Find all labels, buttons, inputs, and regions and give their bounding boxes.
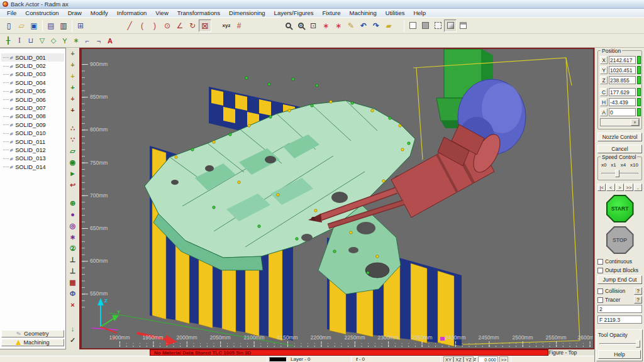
raise-z-tool-button[interactable]: ⊥: [67, 265, 79, 277]
diamond-button[interactable]: ◇: [48, 35, 59, 47]
line-tool-button[interactable]: ╱: [123, 19, 136, 32]
flat-view-tool-button[interactable]: ►: [67, 168, 79, 179]
menu-utilities[interactable]: Utilities: [381, 9, 409, 16]
y-position-field[interactable]: 1020.451: [609, 66, 636, 74]
page-setup-button[interactable]: ▤: [45, 19, 57, 32]
menu-file[interactable]: File: [3, 9, 21, 16]
sphere-lock-tool-button[interactable]: ●: [67, 209, 79, 220]
delete-marks-tool-button[interactable]: ×: [67, 299, 79, 310]
c-position-field[interactable]: 177.629: [609, 88, 636, 96]
collision-checkbox[interactable]: [597, 288, 603, 294]
menu-modify[interactable]: Modify: [86, 9, 113, 16]
tree-item-solid-010[interactable]: ▰SOLID_010: [1, 129, 64, 138]
rotate-tool-button[interactable]: ↻: [186, 19, 199, 32]
tree-item-solid-004[interactable]: ▰SOLID_004: [1, 79, 64, 87]
tracer-checkbox[interactable]: [597, 297, 603, 303]
plane-xz-button[interactable]: XZ: [453, 356, 464, 362]
z-step-field[interactable]: 0.000: [478, 356, 498, 362]
corner2-button[interactable]: ¬: [93, 35, 104, 47]
point-circle-tool-button[interactable]: ⊙: [161, 19, 174, 32]
color-swatch[interactable]: [269, 357, 287, 362]
jump-end-cut-button[interactable]: Jump End Cut: [597, 275, 642, 284]
text-tool-button[interactable]: A: [104, 35, 116, 47]
drop-z-tool-button[interactable]: ⊥: [67, 254, 79, 265]
spray-lines-tool-button[interactable]: ∵: [67, 134, 79, 145]
menu-information[interactable]: Information: [113, 9, 152, 16]
tree-item-solid-009[interactable]: ▰SOLID_009: [1, 121, 64, 129]
save-button[interactable]: ▣: [28, 19, 40, 32]
chevron-down-icon[interactable]: ▼: [631, 119, 639, 126]
undo-path-tool-button[interactable]: ↩: [67, 179, 79, 190]
plane-tag-tool-button[interactable]: +: [67, 82, 79, 93]
zoom-out-button[interactable]: ∗: [332, 19, 345, 32]
rotate-y-tool-button[interactable]: +: [67, 104, 79, 116]
tool-indicator[interactable]: t - 0: [356, 356, 365, 362]
arc2-tool-button[interactable]: ): [148, 19, 161, 32]
origin-tool-button[interactable]: +: [67, 59, 79, 70]
zoom-window-button[interactable]: ⊡: [307, 19, 319, 32]
view-wireframe-button[interactable]: [406, 19, 419, 32]
status-more-button[interactable]: >>: [499, 356, 508, 362]
view-face-button[interactable]: [457, 19, 469, 32]
diameter-tool-button[interactable]: Φ: [67, 288, 79, 299]
tree-item-solid-007[interactable]: ▰SOLID_007: [1, 104, 64, 112]
nozzle-control-button[interactable]: Nozzle Control: [597, 133, 642, 141]
viewport[interactable]: Z Y X 900mm 850mm 800mm 750mm 700mm: [80, 48, 594, 349]
menu-layers-figures[interactable]: Layers/Figures: [270, 9, 318, 16]
start-button[interactable]: START: [608, 196, 633, 221]
pan-tool-button[interactable]: +: [67, 48, 79, 59]
tree-item-solid-014[interactable]: ▰SOLID_014: [1, 163, 64, 171]
tree-item-solid-011[interactable]: ▰SOLID_011: [1, 138, 64, 146]
tree-item-solid-006[interactable]: ▰SOLID_006: [1, 96, 64, 104]
export-down-button[interactable]: ↓: [67, 323, 79, 334]
tracer-help-button[interactable]: ?: [634, 296, 642, 304]
viewport-canvas[interactable]: Z Y X 900mm 850mm 800mm 750mm 700mm: [82, 49, 593, 348]
x-position-field[interactable]: 2142.617: [609, 56, 636, 64]
tree-item-solid-012[interactable]: ▰SOLID_012: [1, 146, 64, 154]
speed-slider-handle[interactable]: [615, 170, 619, 177]
count-field[interactable]: 2: [597, 305, 642, 313]
program-dropdown[interactable]: ▼: [600, 118, 640, 126]
corner1-button[interactable]: ⌐: [82, 35, 93, 47]
sphere-view-tool-button[interactable]: ◎: [67, 220, 79, 231]
menu-view[interactable]: View: [151, 9, 172, 16]
output-blocks-checkbox[interactable]: [597, 268, 603, 273]
tree-item-solid-008[interactable]: ▰SOLID_008: [1, 112, 64, 121]
plane-xy-button[interactable]: XY: [443, 356, 453, 362]
menu-help[interactable]: Help: [409, 9, 430, 16]
menu-transformations[interactable]: Transformations: [173, 9, 225, 16]
pen-button[interactable]: ✎: [345, 19, 357, 32]
step-more-button[interactable]: ..: [634, 184, 642, 191]
step-first-button[interactable]: |<: [597, 184, 606, 191]
tool-opacity-handle[interactable]: [636, 340, 640, 348]
confirm-button[interactable]: ✓: [67, 334, 79, 346]
view-transparent-button[interactable]: [431, 19, 444, 32]
print-button[interactable]: ▥: [57, 19, 70, 32]
help-button[interactable]: Help: [598, 350, 641, 359]
branch-button[interactable]: Y: [59, 35, 70, 47]
view-solid-button[interactable]: [419, 19, 431, 32]
fit-view-button[interactable]: ∗: [319, 19, 332, 32]
spray-points-tool-button[interactable]: ∴: [67, 123, 79, 134]
continuous-checkbox[interactable]: [597, 259, 603, 265]
clamp-button[interactable]: ⊔: [25, 35, 36, 47]
triangle-button[interactable]: ▽: [36, 35, 48, 47]
xyz-coords-button[interactable]: xyz: [220, 19, 233, 32]
redo-button[interactable]: ↷: [370, 19, 382, 32]
feedrate-field[interactable]: F 2119.3: [597, 315, 642, 324]
h-position-field[interactable]: -43.439: [609, 98, 636, 106]
speed-slider[interactable]: [600, 170, 640, 177]
tree-item-solid-001[interactable]: ▰SOLID_001: [1, 53, 64, 62]
angle-tool-button[interactable]: ∠: [174, 19, 186, 32]
a-position-field[interactable]: 0: [609, 108, 636, 116]
z-position-field[interactable]: 238.855: [609, 76, 636, 84]
tool-opacity-slider[interactable]: [598, 340, 641, 348]
stop-button[interactable]: STOP: [608, 228, 633, 253]
rotate-x-tool-button[interactable]: +: [67, 93, 79, 104]
star-button[interactable]: ∗: [70, 35, 82, 47]
menu-machining[interactable]: Machining: [345, 9, 381, 16]
zoom-button[interactable]: [282, 19, 294, 32]
geometry-tab-button[interactable]: ✎ Geometry: [1, 330, 64, 337]
collision-help-button[interactable]: ?: [634, 287, 642, 295]
menu-dimensioning[interactable]: Dimensioning: [225, 9, 270, 16]
